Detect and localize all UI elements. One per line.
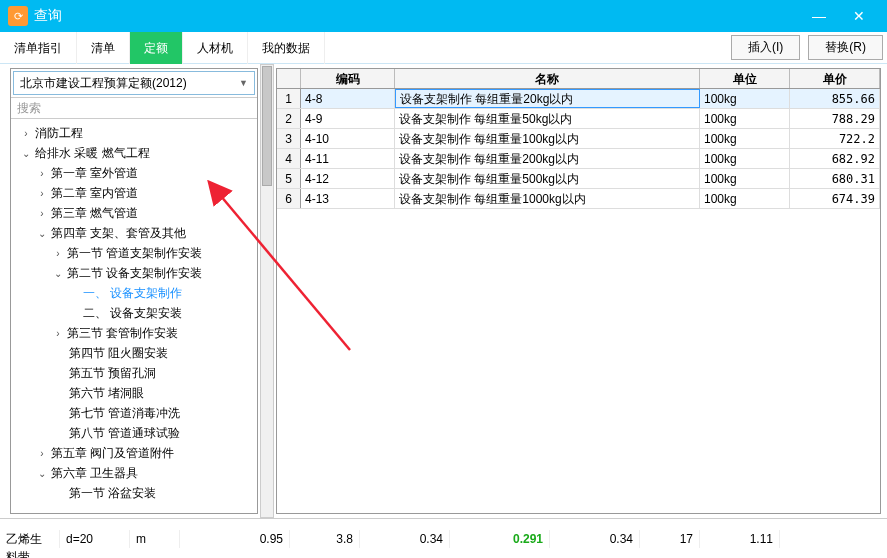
minimize-button[interactable]: — xyxy=(799,2,839,30)
dropdown-value: 北京市建设工程预算定额(2012) xyxy=(20,75,239,92)
tree-node-selected[interactable]: 一、 设备支架制作 xyxy=(13,283,255,303)
tree-node[interactable]: 第七节 管道消毒冲洗 xyxy=(13,403,255,423)
chevron-down-icon[interactable]: ⌄ xyxy=(51,268,65,279)
tab-resource[interactable]: 人材机 xyxy=(183,32,248,64)
tree-node[interactable]: ›第二章 室内管道 xyxy=(13,183,255,203)
chevron-right-icon[interactable]: › xyxy=(35,448,49,459)
tree-node[interactable]: 第五节 预留孔洞 xyxy=(13,363,255,383)
chevron-right-icon[interactable]: › xyxy=(35,168,49,179)
close-button[interactable]: ✕ xyxy=(839,2,879,30)
tree-node[interactable]: ›第一节 管道支架制作安装 xyxy=(13,243,255,263)
tree-node[interactable]: ›消防工程 xyxy=(13,123,255,143)
tree[interactable]: ›消防工程 ⌄给排水 采暖 燃气工程 ›第一章 室外管道 ›第二章 室内管道 ›… xyxy=(11,119,257,513)
tab-list-guide[interactable]: 清单指引 xyxy=(0,32,77,64)
tree-node[interactable]: ⌄第二节 设备支架制作安装 xyxy=(13,263,255,283)
tree-node[interactable]: 第一节 浴盆安装 xyxy=(13,483,255,503)
tree-node[interactable]: ›第三节 套管制作安装 xyxy=(13,323,255,343)
chevron-right-icon[interactable]: › xyxy=(19,128,33,139)
tree-node[interactable]: ›第三章 燃气管道 xyxy=(13,203,255,223)
tree-node[interactable]: 第八节 管道通球试验 xyxy=(13,423,255,443)
chevron-down-icon: ▼ xyxy=(239,78,248,88)
table-row[interactable]: 2 4-9 设备支架制作 每组重量50kg以内 100kg 788.29 xyxy=(277,109,880,129)
header-num xyxy=(277,69,301,88)
chevron-right-icon[interactable]: › xyxy=(51,248,65,259)
grid-header: 编码 名称 单位 单价 xyxy=(277,69,880,89)
header-code[interactable]: 编码 xyxy=(301,69,395,88)
header-price[interactable]: 单价 xyxy=(790,69,880,88)
left-panel: 北京市建设工程预算定额(2012) ▼ 搜索 ›消防工程 ⌄给排水 采暖 燃气工… xyxy=(10,68,258,514)
left-scrollbar[interactable] xyxy=(260,64,274,518)
tab-list[interactable]: 清单 xyxy=(77,32,130,64)
tab-quota[interactable]: 定额 xyxy=(130,32,183,64)
app-icon: ⟳ xyxy=(8,6,28,26)
header-unit[interactable]: 单位 xyxy=(700,69,790,88)
table-row[interactable]: 4 4-11 设备支架制作 每组重量200kg以内 100kg 682.92 xyxy=(277,149,880,169)
chevron-down-icon[interactable]: ⌄ xyxy=(35,468,49,479)
chevron-right-icon[interactable]: › xyxy=(51,328,65,339)
insert-button[interactable]: 插入(I) xyxy=(731,35,800,60)
chevron-right-icon[interactable]: › xyxy=(35,208,49,219)
bottom-row: 乙烯生料带 d=20 m 0.95 3.8 0.34 0.291 0.34 17… xyxy=(0,518,887,558)
chevron-right-icon[interactable]: › xyxy=(35,188,49,199)
table-row[interactable]: 1 4-8 设备支架制作 每组重量20kg以内 100kg 855.66 xyxy=(277,89,880,109)
titlebar: ⟳ 查询 — ✕ xyxy=(0,0,887,32)
replace-button[interactable]: 替换(R) xyxy=(808,35,883,60)
tree-node[interactable]: ›第一章 室外管道 xyxy=(13,163,255,183)
tree-node[interactable]: ⌄给排水 采暖 燃气工程 xyxy=(13,143,255,163)
table-row[interactable]: 5 4-12 设备支架制作 每组重量500kg以内 100kg 680.31 xyxy=(277,169,880,189)
tree-node[interactable]: ›第五章 阀门及管道附件 xyxy=(13,443,255,463)
search-input[interactable]: 搜索 xyxy=(11,97,257,119)
table-row[interactable]: 3 4-10 设备支架制作 每组重量100kg以内 100kg 722.2 xyxy=(277,129,880,149)
table-row[interactable]: 6 4-13 设备支架制作 每组重量1000kg以内 100kg 674.39 xyxy=(277,189,880,209)
chevron-down-icon[interactable]: ⌄ xyxy=(19,148,33,159)
window-title: 查询 xyxy=(34,7,799,25)
tab-mydata[interactable]: 我的数据 xyxy=(248,32,325,64)
quota-dropdown[interactable]: 北京市建设工程预算定额(2012) ▼ xyxy=(13,71,255,95)
chevron-down-icon[interactable]: ⌄ xyxy=(35,228,49,239)
result-grid: 编码 名称 单位 单价 1 4-8 设备支架制作 每组重量20kg以内 100k… xyxy=(276,68,881,514)
toolbar: 清单指引 清单 定额 人材机 我的数据 插入(I) 替换(R) xyxy=(0,32,887,64)
header-name[interactable]: 名称 xyxy=(395,69,700,88)
tree-node[interactable]: 二、 设备支架安装 xyxy=(13,303,255,323)
tree-node[interactable]: 第六节 堵洞眼 xyxy=(13,383,255,403)
tree-node[interactable]: ⌄第六章 卫生器具 xyxy=(13,463,255,483)
tree-node[interactable]: 第四节 阻火圈安装 xyxy=(13,343,255,363)
tree-node[interactable]: ⌄第四章 支架、套管及其他 xyxy=(13,223,255,243)
